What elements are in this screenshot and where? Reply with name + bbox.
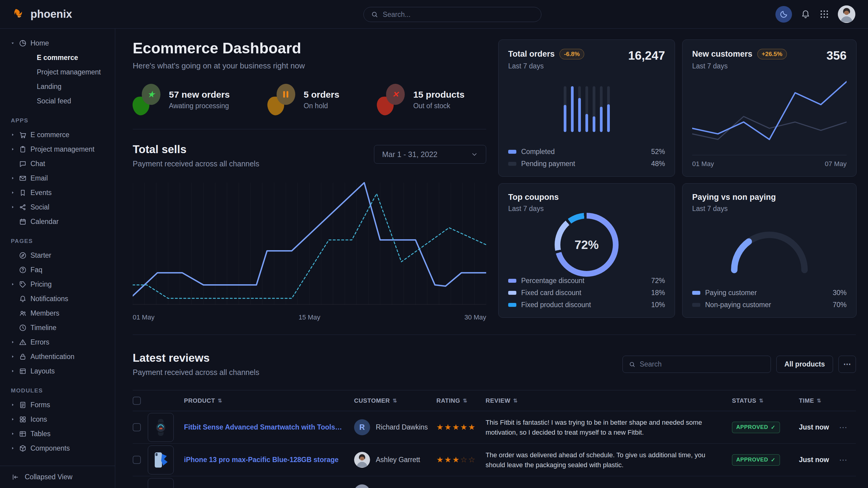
stat-value: 5 orders [304,90,339,100]
sidebar-item[interactable]: Pricing [10,277,108,291]
row-more-button[interactable]: ⋯ [839,455,856,465]
column-header-product[interactable]: PRODUCT⇅ [184,397,354,404]
sort-icon: ⇅ [513,398,518,404]
notifications-button[interactable] [801,9,811,19]
user-avatar[interactable] [838,5,855,23]
paying-gauge-chart [724,226,815,276]
top-coupons-card: Top coupons Last 7 days 72% [498,183,675,318]
page-subtitle: Here's what's going on at your business … [133,61,486,70]
sidebar-item[interactable]: Project management [10,142,108,157]
sidebar-subitem[interactable]: Social feed [10,94,108,108]
legend-value: 10% [651,301,665,309]
stat-item: 5 orders On hold [268,84,339,116]
bar [564,86,566,132]
sidebar-item-home[interactable]: Home [10,36,108,50]
pie-chart-icon [19,39,27,47]
divider [133,129,486,129]
sidebar-subitem[interactable]: Landing [10,79,108,94]
row-checkbox[interactable] [133,423,141,431]
column-header-status[interactable]: STATUS⇅ [732,397,799,404]
rating-stars: ★★★★★ [436,423,486,432]
sidebar-item[interactable]: Authentication [10,349,108,364]
legend-swatch [692,291,700,295]
legend-label: Fixed card discount [521,289,581,297]
sidebar-subitem[interactable]: E commerce [10,50,108,65]
sort-icon: ⇅ [759,398,764,404]
brand-logo[interactable]: phoenix [13,7,72,21]
total-sells-chart: 01 May 15 May 30 May [133,179,486,321]
collapse-sidebar-button[interactable]: Collapsed View [0,466,115,488]
row-checkbox[interactable] [133,456,141,464]
sidebar-item-label: Tables [30,430,50,438]
watch-thumbnail [148,413,174,442]
chevron-right-icon [10,417,15,422]
stats-row: ★ 57 new orders Awating processing [133,84,486,116]
search-icon [629,361,636,368]
sidebar-item[interactable]: Layouts [10,364,108,378]
sidebar-item[interactable]: Calendar [10,214,108,229]
sidebar-item[interactable]: Starter [10,248,108,263]
legend-label: Percentage discount [521,277,585,285]
donut-center-value: 72% [575,238,599,252]
column-header-time[interactable]: TIME⇅ [799,397,839,404]
sidebar-item[interactable]: Social [10,200,108,214]
product-link[interactable]: iPhone 13 pro max-Pacific Blue-128GB sto… [184,456,354,464]
envelope-icon [19,174,27,182]
stat-value: 15 products [413,90,464,100]
collapse-label: Collapsed View [25,473,72,481]
table-row: Fitbit Sense Advanced Smartwatch with To… [133,411,856,444]
product-link[interactable]: Fitbit Sense Advanced Smartwatch with To… [184,423,354,431]
sidebar-item[interactable]: Events [10,185,108,200]
global-search[interactable] [364,7,541,22]
chevron-right-icon [10,369,15,373]
chevron-right-icon [10,132,15,137]
date-range-select[interactable]: Mar 1 - 31, 2022 [374,145,486,164]
sidebar-item[interactable]: E commerce [10,128,108,142]
more-options-button[interactable]: ⋯ [838,356,856,373]
select-all-checkbox[interactable] [133,397,141,405]
sidebar-item[interactable]: Components [10,441,108,455]
column-header-rating[interactable]: RATING⇅ [436,397,486,404]
sidebar-item[interactable]: Timeline [10,320,108,335]
star-empty-icon: ☆ [460,455,467,464]
layout-icon [19,367,27,375]
star-filled-icon: ★ [453,423,460,432]
sidebar-item[interactable]: Faq [10,263,108,277]
search-input[interactable] [383,10,534,19]
column-header-customer[interactable]: CUSTOMER⇅ [354,397,436,404]
stat-item: ★ 57 new orders Awating processing [133,84,230,116]
customer-avatar [354,484,370,488]
paying-vs-non-paying-card: Paying vs non paying Last 7 days Paying … [682,183,857,318]
check-icon: ✓ [771,424,776,431]
reviews-search-input[interactable] [640,360,765,368]
legend-row: Completed 52% [508,148,665,156]
legend-swatch [508,291,516,295]
sort-icon: ⇅ [817,398,821,404]
total-sells-plot [133,179,486,308]
sidebar-item[interactable]: Forms [10,398,108,412]
sidebar-item-label: Starter [30,251,51,260]
all-products-button[interactable]: All products [776,356,833,373]
x-icon: ✕ [392,90,399,98]
sidebar-item[interactable]: Email [10,171,108,185]
apps-grid-button[interactable] [819,9,829,19]
reviews-search[interactable] [622,356,771,373]
bar [593,86,595,132]
theme-toggle-button[interactable] [775,6,792,23]
axis-label: 15 May [299,314,320,321]
box-icon [19,444,27,452]
sidebar-item[interactable]: Members [10,306,108,320]
legend-value: 72% [651,277,665,285]
column-header-review[interactable]: REVIEW⇅ [486,397,732,404]
sidebar-item[interactable]: Tables [10,426,108,441]
sidebar-item[interactable]: Icons [10,412,108,426]
sidebar-item-label: Home [30,39,49,47]
latest-reviews-section: Latest reviews Payment received across a… [133,334,856,488]
sidebar-subitem[interactable]: Project management [10,65,108,79]
star-filled-icon: ★ [444,455,452,464]
sidebar-item-label: Faq [30,266,42,274]
sidebar-item[interactable]: Notifications [10,291,108,306]
sidebar-item[interactable]: Chat [10,157,108,171]
sidebar-item[interactable]: Errors [10,335,108,349]
row-more-button[interactable]: ⋯ [839,423,856,432]
